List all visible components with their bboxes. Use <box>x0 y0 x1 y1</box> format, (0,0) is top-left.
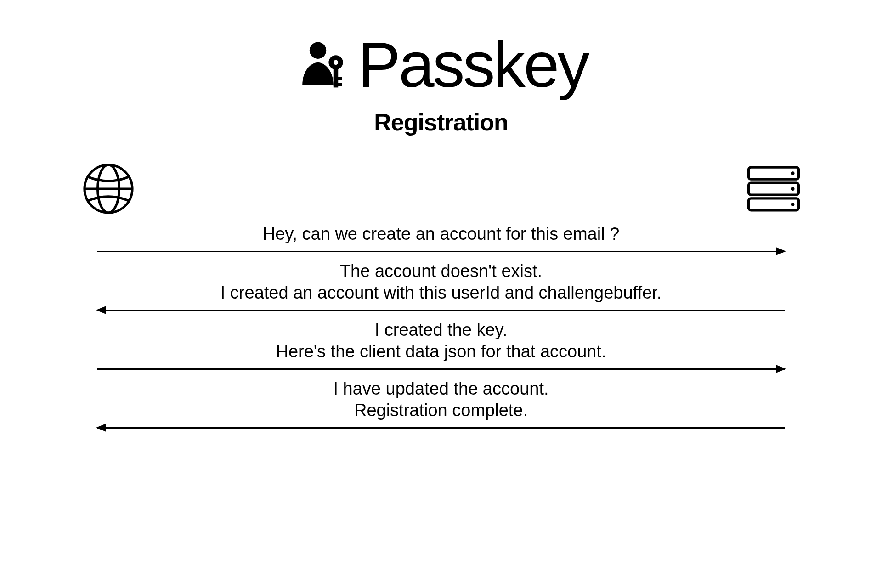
flow-step: I created the key. Here's the client dat… <box>97 319 785 370</box>
step-message: I have updated the account. Registration… <box>97 378 785 422</box>
step-line: I have updated the account. <box>333 379 548 398</box>
step-line: Hey, can we create an account for this e… <box>263 224 620 243</box>
diagram-title: Passkey <box>357 33 588 97</box>
flow-step: I have updated the account. Registration… <box>97 378 785 429</box>
arrow-right-icon <box>97 368 785 370</box>
svg-point-14 <box>791 203 795 206</box>
svg-point-13 <box>791 187 795 191</box>
svg-point-2 <box>334 60 338 65</box>
server-icon <box>744 159 803 219</box>
step-line: Here's the client data json for that acc… <box>276 342 606 361</box>
actor-row <box>46 159 836 219</box>
svg-rect-5 <box>334 83 342 86</box>
flow-step: The account doesn't exist. I created an … <box>97 260 785 311</box>
sequence-flow: Hey, can we create an account for this e… <box>46 223 836 429</box>
step-line: Registration complete. <box>354 401 528 420</box>
diagram-header: Passkey Registration <box>46 33 836 136</box>
flow-step: Hey, can we create an account for this e… <box>97 223 785 252</box>
arrow-left-icon <box>97 310 785 311</box>
globe-icon <box>79 159 138 219</box>
step-message: I created the key. Here's the client dat… <box>97 319 785 363</box>
step-line: I created the key. <box>375 320 508 339</box>
diagram-subtitle: Registration <box>374 108 508 136</box>
passkey-icon <box>294 35 354 95</box>
arrow-left-icon <box>97 427 785 429</box>
svg-rect-4 <box>334 77 342 80</box>
svg-point-0 <box>310 42 326 59</box>
step-line: I created an account with this userId an… <box>220 283 662 302</box>
title-row: Passkey <box>294 33 588 97</box>
arrow-right-icon <box>97 251 785 252</box>
step-message: The account doesn't exist. I created an … <box>97 260 785 304</box>
step-message: Hey, can we create an account for this e… <box>97 223 785 245</box>
svg-point-12 <box>791 171 795 175</box>
step-line: The account doesn't exist. <box>340 261 542 281</box>
